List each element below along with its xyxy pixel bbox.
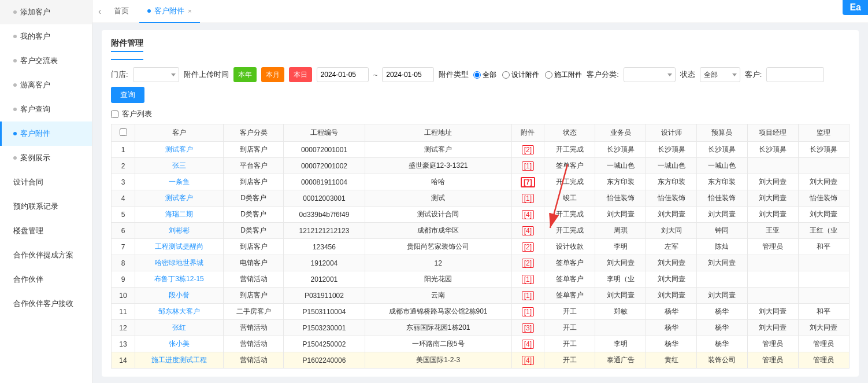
customer-link[interactable]: 工程测试提醒尚 xyxy=(155,242,203,251)
btn-year[interactable]: 本年 xyxy=(233,67,257,82)
budgeteer: 刘大同壹 xyxy=(697,255,748,271)
header-checkbox[interactable] xyxy=(120,128,127,136)
budgeteer: 怡佳装饰 xyxy=(697,190,748,207)
sidebar-item-partner[interactable]: 合作伙伴 xyxy=(0,267,92,292)
radio-construction[interactable]: 施工附件 xyxy=(545,70,582,80)
row-status: 开工 xyxy=(544,352,595,369)
sidebar-item-appointment-record[interactable]: 预约联系记录 xyxy=(0,194,92,219)
sidebar-dot xyxy=(13,132,17,135)
project-address: 成都市成华区 xyxy=(365,223,511,239)
attach-badge[interactable]: [1] xyxy=(522,161,534,171)
row-status: 开工完成 xyxy=(544,174,595,190)
budgeteer: 杨华 xyxy=(697,336,748,352)
radio-group-attach-type: 全部 设计附件 施工附件 xyxy=(473,70,582,80)
attach-badge[interactable]: [2] xyxy=(522,259,534,268)
project-no: 0d339b4b7f6f49 xyxy=(284,207,365,223)
attach-badge[interactable]: [1] xyxy=(522,307,534,316)
status-label: 状态 xyxy=(680,69,695,80)
customer-link[interactable]: 测试客户 xyxy=(165,145,193,153)
select-all-checkbox[interactable] xyxy=(111,111,118,118)
radio-all[interactable]: 全部 xyxy=(473,70,496,80)
sidebar-item-customer-query[interactable]: 客户查询 xyxy=(0,97,92,121)
customer-link[interactable]: 测试客户 xyxy=(165,194,193,202)
sidebar-item-property-management[interactable]: 楼盘管理 xyxy=(0,219,92,243)
customer-category: 平台客户 xyxy=(224,158,284,174)
date-from-input[interactable] xyxy=(317,67,369,82)
supervisor: 和平 xyxy=(798,304,849,320)
tab-back-button[interactable]: ‹ xyxy=(98,6,101,17)
customer-link[interactable]: 刘彬彬 xyxy=(169,226,190,234)
customer-category-select[interactable] xyxy=(624,67,676,82)
date-to-input[interactable] xyxy=(382,67,434,82)
attach-badge[interactable]: [7] xyxy=(521,177,535,187)
project-manager: 刘大同壹 xyxy=(747,174,798,190)
customer-link[interactable]: 张小美 xyxy=(169,340,190,348)
customer-input[interactable] xyxy=(766,67,824,82)
sidebar-item-partner-customer-receive[interactable]: 合作伙伴客户接收 xyxy=(0,292,92,316)
attach-badge[interactable]: [3] xyxy=(522,323,534,333)
sidebar-item-my-customer[interactable]: 我的客户 xyxy=(0,24,92,49)
attach-badge[interactable]: [4] xyxy=(522,356,534,365)
project-manager: 刘大同壹 xyxy=(747,304,798,320)
sidebar-item-label: 我的客户 xyxy=(20,31,50,42)
table-row: 5海瑞二期D类客户0d339b4b7f6f49测试设计合同[4]开工完成刘大同壹… xyxy=(112,207,850,223)
sidebar-dot xyxy=(13,156,17,160)
customer-link[interactable]: 段小誉 xyxy=(169,291,190,299)
attach-badge[interactable]: [1] xyxy=(522,275,534,284)
status-select[interactable]: 全部 xyxy=(700,67,740,82)
row-no: 3 xyxy=(112,174,135,190)
sidebar-dot xyxy=(13,108,17,111)
supervisor xyxy=(798,158,849,174)
row-no: 10 xyxy=(112,288,135,304)
attach-badge[interactable]: [4] xyxy=(522,340,534,349)
salesman: 周琪 xyxy=(595,223,646,239)
customer-category: 到店客户 xyxy=(224,288,284,304)
supervisor: 怡佳装饰 xyxy=(798,190,849,207)
row-no: 2 xyxy=(112,158,135,174)
tab-close-button[interactable]: × xyxy=(188,8,191,14)
project-manager xyxy=(747,158,798,174)
store-select[interactable] xyxy=(133,67,179,82)
row-no: 11 xyxy=(112,304,135,320)
attach-badge[interactable]: [2] xyxy=(522,242,534,252)
btn-month[interactable]: 本月 xyxy=(261,67,284,82)
attach-badge[interactable]: [4] xyxy=(522,226,534,235)
tab-home[interactable]: 首页 xyxy=(106,0,137,23)
attach-badge[interactable]: [2] xyxy=(522,145,534,154)
project-no: 1212121212123 xyxy=(284,223,365,239)
project-no: P031911002 xyxy=(284,288,365,304)
radio-design[interactable]: 设计附件 xyxy=(502,70,539,80)
customer-link[interactable]: 海瑞二期 xyxy=(165,210,193,218)
attach-badge[interactable]: [1] xyxy=(522,194,534,203)
sidebar-item-customer-attachment[interactable]: 客户附件 xyxy=(0,121,92,146)
tab-customer-attachment[interactable]: 客户附件× xyxy=(139,0,199,23)
customer-link[interactable]: 施工进度测试工程 xyxy=(151,356,207,364)
supervisor: 刘大同壹 xyxy=(798,174,849,190)
customer-link[interactable]: 邹东林大客户 xyxy=(158,307,200,315)
customer-category: 营销活动 xyxy=(224,336,284,352)
project-no: 1912004 xyxy=(284,255,365,271)
sidebar-item-design-contract[interactable]: 设计合同 xyxy=(0,170,92,194)
project-address: 测试 xyxy=(365,190,511,207)
customer-link[interactable]: 布鲁丁3栋12-15 xyxy=(154,275,203,283)
sidebar-item-add-customer[interactable]: 添加客户 xyxy=(0,0,92,24)
sidebar-item-case-show[interactable]: 案例展示 xyxy=(0,146,92,170)
sidebar-item-wandering-customer[interactable]: 游离客户 xyxy=(0,73,92,97)
table-row: 8哈密绿地世界城电销客户191200412[2]签单客户刘大同壹刘大同壹刘大同壹 xyxy=(112,255,850,271)
query-button[interactable]: 查询 xyxy=(111,87,144,103)
designer: 怡佳装饰 xyxy=(646,190,697,207)
row-no: 6 xyxy=(112,223,135,239)
row-status: 开工 xyxy=(544,320,595,336)
customer-link[interactable]: 张三 xyxy=(172,161,186,170)
sidebar-item-customer-exchange[interactable]: 客户交流表 xyxy=(0,49,92,73)
sidebar-item-partner-proposal[interactable]: 合作伙伴提成方案 xyxy=(0,243,92,267)
row-status: 开工 xyxy=(544,304,595,320)
col-header-4: 工程地址 xyxy=(365,124,511,142)
attach-badge[interactable]: [1] xyxy=(522,291,534,300)
btn-day[interactable]: 本日 xyxy=(289,67,312,82)
customer-link[interactable]: 一条鱼 xyxy=(169,178,190,186)
project-manager: 王亚 xyxy=(747,223,798,239)
attach-badge[interactable]: [4] xyxy=(522,210,534,219)
customer-link[interactable]: 哈密绿地世界城 xyxy=(155,259,203,267)
customer-link[interactable]: 张红 xyxy=(172,323,186,332)
